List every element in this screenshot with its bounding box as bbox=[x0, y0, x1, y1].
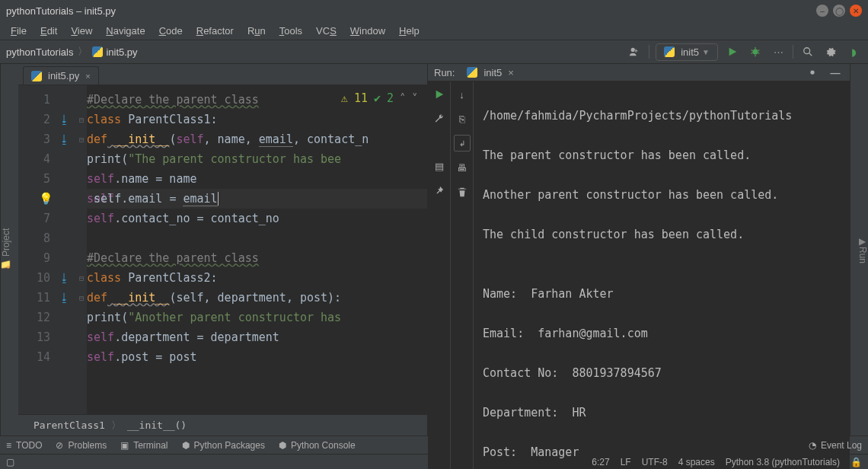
run-output[interactable]: /home/fahmida/PycharmProjects/pythonTuto… bbox=[474, 81, 850, 469]
breadcrumb[interactable]: pythonTutorials 〉 init5.py bbox=[6, 45, 138, 59]
close-button[interactable]: ✕ bbox=[850, 5, 862, 17]
warning-icon: ⚠ bbox=[341, 91, 348, 105]
sidebar-tab-run[interactable]: ▶Run bbox=[857, 236, 868, 263]
status-encoding[interactable]: UTF-8 bbox=[642, 457, 668, 467]
ok-icon: ✔ bbox=[374, 91, 381, 105]
menu-edit[interactable]: Edit bbox=[34, 24, 63, 38]
menu-tools[interactable]: Tools bbox=[273, 24, 308, 38]
breadcrumb-file[interactable]: init5.py bbox=[92, 46, 137, 58]
close-tab-icon[interactable]: × bbox=[85, 72, 90, 81]
gutter: 1 2⭳⊟ 3⭳⊟ 4 5 6💡 7 8 9 10⭳⊟ 11⭳⊟ 12 13 1… bbox=[18, 85, 87, 414]
more-run-options[interactable]: ⋯ bbox=[770, 43, 787, 60]
editor-breadcrumb[interactable]: ParentClass1 〉 __init__() bbox=[18, 414, 427, 436]
run-config-selector[interactable]: init5 ▼ bbox=[656, 43, 718, 61]
menu-navigate[interactable]: Navigate bbox=[100, 24, 151, 38]
trash-icon[interactable] bbox=[454, 183, 471, 200]
tool-problems[interactable]: ⊘Problems bbox=[56, 440, 107, 451]
minimize-button[interactable]: – bbox=[816, 5, 828, 17]
status-eol[interactable]: LF bbox=[621, 457, 631, 467]
menu-window[interactable]: Window bbox=[344, 24, 391, 38]
separator bbox=[649, 45, 649, 59]
run-tab-init5[interactable]: init5 × bbox=[461, 65, 519, 81]
editor-tab-init5[interactable]: init5.py × bbox=[23, 66, 99, 85]
add-user-icon[interactable] bbox=[626, 43, 643, 60]
run-settings-icon[interactable] bbox=[804, 64, 821, 81]
run-tab-label: init5 bbox=[483, 67, 502, 78]
menu-vcs[interactable]: VCS bbox=[310, 24, 343, 38]
ide-status-icon[interactable]: ◗ bbox=[845, 43, 862, 60]
override-marker-icon[interactable]: ⭳ bbox=[59, 132, 70, 146]
menu-view[interactable]: View bbox=[65, 24, 98, 38]
menu-refactor[interactable]: Refactor bbox=[190, 24, 240, 38]
ok-count: 2 bbox=[387, 91, 394, 105]
run-config-name: init5 bbox=[681, 46, 699, 58]
menu-bar: File Edit View Navigate Code Refactor Ru… bbox=[0, 21, 868, 40]
left-sidebar: 📁Project 🎓Learn ⧉Structure ★Favorites bbox=[0, 64, 18, 436]
run-toolbar-secondary: ↓ ⎘ ↲ 🖶 bbox=[451, 81, 474, 469]
menu-help[interactable]: Help bbox=[393, 24, 426, 38]
print-icon[interactable]: 🖶 bbox=[454, 159, 471, 176]
tool-python-packages[interactable]: ⬢Python Packages bbox=[182, 440, 265, 451]
breadcrumb-class[interactable]: ParentClass1 bbox=[34, 420, 105, 431]
debug-button[interactable] bbox=[747, 43, 764, 60]
next-error-icon[interactable]: ˅ bbox=[412, 91, 418, 105]
search-button[interactable] bbox=[799, 43, 816, 60]
soft-wrap-icon[interactable]: ↲ bbox=[454, 135, 471, 152]
python-icon bbox=[467, 67, 477, 78]
right-sidebar: ▶Run bbox=[850, 64, 868, 436]
code-editor[interactable]: 1 2⭳⊟ 3⭳⊟ 4 5 6💡 7 8 9 10⭳⊟ 11⭳⊟ 12 13 1… bbox=[18, 85, 427, 414]
tab-label: init5.py bbox=[48, 70, 79, 81]
rerun-button[interactable] bbox=[431, 86, 448, 103]
run-title: Run: bbox=[434, 67, 455, 78]
breadcrumb-project[interactable]: pythonTutorials bbox=[6, 46, 73, 58]
menu-file[interactable]: File bbox=[5, 24, 33, 38]
lock-icon[interactable]: 🔒 bbox=[850, 457, 862, 467]
python-icon bbox=[664, 46, 675, 57]
prev-error-icon[interactable]: ˄ bbox=[400, 91, 406, 105]
inspections-widget[interactable]: ⚠11 ✔2 ˄ ˅ bbox=[338, 90, 421, 107]
svg-point-1 bbox=[804, 48, 810, 54]
run-toolwindow: Run: init5 × — ▤ ↓ ⎘ ↲ bbox=[428, 64, 850, 436]
separator bbox=[793, 45, 793, 59]
navigation-bar: pythonTutorials 〉 init5.py init5 ▼ ⋯ ◗ bbox=[0, 40, 868, 64]
python-file-icon bbox=[92, 46, 103, 57]
tool-python-console[interactable]: ⬢Python Console bbox=[279, 440, 356, 451]
window-title: pythonTutorials – init5.py bbox=[6, 5, 116, 17]
status-indent[interactable]: 4 spaces bbox=[678, 457, 715, 467]
code-lines[interactable]: ⚠11 ✔2 ˄ ˅ #Declare the parent class cla… bbox=[87, 85, 427, 414]
menu-code[interactable]: Code bbox=[153, 24, 189, 38]
tool-todo[interactable]: ≡TODO bbox=[6, 440, 42, 451]
status-interpreter[interactable]: Python 3.8 (pythonTutorials) bbox=[726, 457, 840, 467]
hide-run-icon[interactable]: — bbox=[827, 64, 844, 81]
chevron-down-icon: ▼ bbox=[702, 48, 710, 56]
settings-button[interactable] bbox=[822, 43, 839, 60]
python-file-icon bbox=[31, 71, 42, 81]
pin-icon[interactable] bbox=[431, 182, 448, 199]
maximize-button[interactable]: ◯ bbox=[833, 5, 845, 17]
close-run-tab-icon[interactable]: × bbox=[508, 67, 514, 78]
override-marker-icon[interactable]: ⭳ bbox=[59, 291, 70, 305]
tool-event-log[interactable]: ◔Event Log bbox=[809, 440, 862, 451]
status-caret[interactable]: 6:27 bbox=[592, 457, 609, 467]
breadcrumb-method[interactable]: __init__() bbox=[127, 420, 187, 431]
sidebar-tab-project[interactable]: 📁Project bbox=[1, 228, 11, 271]
breadcrumb-separator: 〉 bbox=[78, 45, 88, 59]
warnings-count: 11 bbox=[354, 91, 368, 105]
tool-terminal[interactable]: ▣Terminal bbox=[120, 440, 168, 451]
run-toolbar-primary: ▤ bbox=[428, 81, 451, 469]
override-marker-icon[interactable]: ⭳ bbox=[59, 271, 70, 285]
editor-tab-bar: init5.py × bbox=[18, 64, 427, 85]
editor-pane: init5.py × 1 2⭳⊟ 3⭳⊟ 4 5 6💡 7 8 9 10⭳⊟ 1… bbox=[18, 64, 428, 436]
title-bar: pythonTutorials – init5.py – ◯ ✕ bbox=[0, 0, 868, 21]
filter-icon[interactable]: ⎘ bbox=[454, 110, 471, 127]
layout-icon[interactable]: ▤ bbox=[431, 158, 448, 174]
status-window-icon[interactable]: ▢ bbox=[6, 457, 14, 467]
run-button[interactable] bbox=[724, 43, 741, 60]
menu-run[interactable]: Run bbox=[241, 24, 272, 38]
wrench-icon[interactable] bbox=[431, 110, 448, 127]
svg-point-0 bbox=[753, 49, 758, 55]
run-header: Run: init5 × — bbox=[428, 64, 850, 81]
down-arrow-icon[interactable]: ↓ bbox=[454, 86, 471, 103]
intention-bulb-icon[interactable]: 💡 bbox=[39, 189, 53, 209]
override-marker-icon[interactable]: ⭳ bbox=[59, 113, 70, 126]
